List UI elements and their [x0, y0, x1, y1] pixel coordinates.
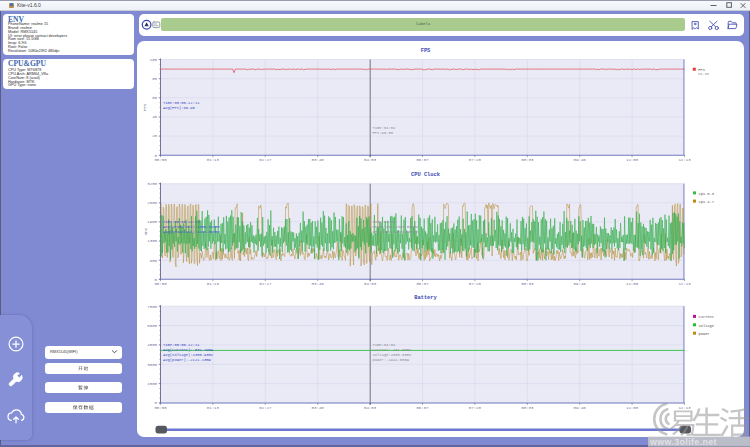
svg-text:60: 60 [152, 96, 157, 100]
svg-text:04:53: 04:53 [364, 406, 377, 410]
svg-text:CPU4Clock:2086.00MHz: CPU4Clock:2086.00MHz [373, 230, 419, 234]
svg-text:www.3olife.net: www.3olife.net [649, 437, 717, 447]
svg-text:CPU0Clock:2383.00MHz: CPU0Clock:2383.00MHz [373, 225, 419, 229]
svg-text:03:40: 03:40 [312, 406, 325, 410]
svg-text:07:20: 07:20 [469, 158, 482, 162]
svg-text:CPU Clock: CPU Clock [411, 172, 441, 178]
svg-text:04:53: 04:53 [364, 282, 377, 286]
svg-text:Avg(power):-2121.13mW: Avg(power):-2121.13mW [163, 358, 212, 362]
svg-text:01:13: 01:13 [207, 406, 220, 410]
svg-text:cpu 4-7: cpu 4-7 [699, 200, 715, 204]
svg-text:06:07: 06:07 [416, 158, 429, 162]
svg-text:Avg(current):-531.79mA: Avg(current):-531.79mA [163, 348, 214, 352]
svg-text:09:46: 09:46 [574, 406, 587, 410]
svg-text:Battery: Battery [414, 295, 437, 301]
svg-text:04:53: 04:53 [364, 158, 377, 162]
svg-text:Avg(voltage):4305.93mV: Avg(voltage):4305.93mV [163, 353, 214, 357]
svg-text:current:-461.00mA: current:-461.00mA [373, 348, 412, 352]
svg-text:Avg(CPU0Clock):1365.31MHz: Avg(CPU0Clock):1365.31MHz [163, 225, 220, 229]
svg-text:Time:04:54: Time:04:54 [373, 126, 397, 130]
svg-text:1300: 1300 [147, 239, 157, 243]
svg-text:00:00: 00:00 [154, 158, 167, 162]
svg-text:80: 80 [152, 77, 157, 81]
svg-text:voltage:4305.00mV: voltage:4305.00mV [373, 353, 412, 357]
svg-text:40: 40 [152, 115, 157, 119]
svg-text:current: current [699, 315, 715, 319]
svg-text:3250: 3250 [147, 182, 157, 186]
svg-text:07:20: 07:20 [469, 282, 482, 286]
svg-text:Time:00:00-12:11: Time:00:00-12:11 [163, 101, 200, 105]
svg-text:Time:00:00-12:11: Time:00:00-12:11 [163, 220, 200, 224]
svg-text:FPS: FPS [144, 103, 148, 111]
svg-text:Time:00:00-12:11: Time:00:00-12:11 [163, 343, 200, 347]
svg-text:89.90: 89.90 [698, 72, 709, 76]
svg-text:6000: 6000 [147, 324, 157, 328]
svg-text:09:46: 09:46 [574, 282, 587, 286]
svg-text:Avg(CPU4Clock):1131.89MHz: Avg(CPU4Clock):1131.89MHz [163, 230, 220, 234]
svg-text:09:46: 09:46 [574, 158, 587, 162]
svg-text:08:33: 08:33 [521, 406, 534, 410]
svg-text:power:-1944.00mW: power:-1944.00mW [373, 358, 410, 362]
svg-text:11:00: 11:00 [626, 158, 639, 162]
svg-text:08:33: 08:33 [521, 282, 534, 286]
svg-text:02:27: 02:27 [259, 406, 272, 410]
svg-text:2600: 2600 [147, 201, 157, 205]
svg-text:7500: 7500 [147, 305, 157, 309]
svg-text:FPS: FPS [698, 68, 705, 72]
svg-text:11:00: 11:00 [626, 406, 639, 410]
svg-text:00:00: 00:00 [154, 406, 167, 410]
svg-text:01:13: 01:13 [207, 158, 220, 162]
svg-text:cpu 0-3: cpu 0-3 [699, 192, 715, 196]
svg-text:02:27: 02:27 [259, 282, 272, 286]
svg-text:MHz: MHz [144, 227, 148, 235]
svg-text:11:00: 11:00 [626, 282, 639, 286]
svg-text:02:27: 02:27 [259, 158, 272, 162]
svg-text:06:07: 06:07 [416, 406, 429, 410]
svg-text:Time:04:54: Time:04:54 [373, 220, 397, 224]
svg-text:FPS: FPS [421, 48, 431, 54]
svg-text:3000: 3000 [147, 363, 157, 367]
svg-text:01:13: 01:13 [207, 282, 220, 286]
svg-text:03:40: 03:40 [312, 158, 325, 162]
svg-text:12:13: 12:13 [678, 158, 691, 162]
svg-text:Avg(FPS):89.90: Avg(FPS):89.90 [163, 106, 196, 110]
svg-text:FPS:90.00: FPS:90.00 [373, 131, 394, 135]
svg-text:100: 100 [150, 58, 158, 62]
svg-text:4500: 4500 [147, 343, 157, 347]
svg-text:650: 650 [150, 259, 158, 263]
svg-text:08:33: 08:33 [521, 158, 534, 162]
svg-text:07:20: 07:20 [469, 406, 482, 410]
svg-text:12:13: 12:13 [678, 282, 691, 286]
svg-text:03:40: 03:40 [312, 282, 325, 286]
svg-text:06:07: 06:07 [416, 282, 429, 286]
svg-text:1950: 1950 [147, 220, 157, 224]
svg-text:20: 20 [152, 134, 157, 138]
svg-text:power: power [699, 332, 710, 336]
svg-text:Time:04:54: Time:04:54 [373, 343, 397, 347]
svg-text:voltage: voltage [699, 324, 715, 328]
svg-text:1500: 1500 [147, 382, 157, 386]
svg-text:12:13: 12:13 [678, 406, 691, 410]
svg-text:00:00: 00:00 [154, 282, 167, 286]
